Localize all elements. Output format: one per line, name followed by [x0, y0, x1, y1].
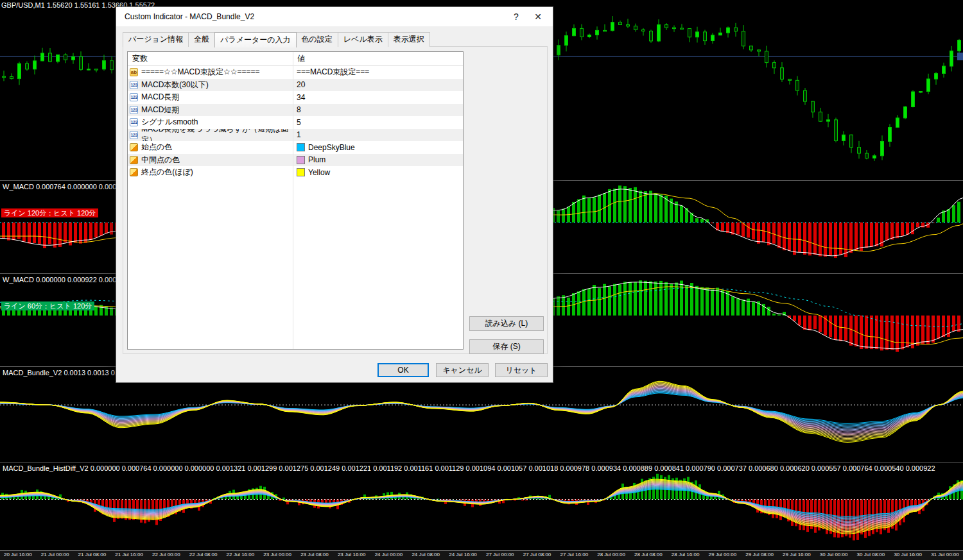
- param-row[interactable]: 123MACD短期8: [128, 104, 463, 117]
- param-row[interactable]: 123MACD長期34: [128, 91, 463, 104]
- help-button[interactable]: ?: [505, 8, 527, 25]
- param-name: MACD長期: [141, 92, 179, 103]
- time-axis-tick: 21 Jul 08:00: [78, 552, 107, 560]
- time-axis-tick: 20 Jul 16:00: [4, 552, 32, 560]
- number-param-icon: 123: [130, 93, 138, 101]
- dialog-title: Custom Indicator - MACD_Bundle_V2: [125, 12, 505, 21]
- number-param-icon: 123: [130, 81, 138, 89]
- time-axis-tick: 21 Jul 00:00: [41, 552, 69, 560]
- param-value-cell[interactable]: 34: [293, 91, 463, 104]
- param-row[interactable]: 123シグナルsmooth5: [128, 116, 463, 129]
- time-axis-tick: 22 Jul 00:00: [152, 552, 180, 560]
- param-row[interactable]: 123MACD長期を幾つづつ減らすか（短期は固定）1: [128, 129, 463, 142]
- param-rows: ab=====☆☆MACD束設定☆☆========MACD束設定===123M…: [128, 66, 463, 179]
- param-value-cell[interactable]: 1: [293, 129, 463, 142]
- color-swatch: [297, 156, 305, 164]
- param-value: Yellow: [308, 168, 330, 177]
- macd-bundle-histdiff-panel: MACD_Bundle_HistDiff_V2 0.000000 0.00076…: [0, 462, 963, 551]
- tab-color-settings[interactable]: 色の設定: [296, 32, 338, 47]
- color-param-icon: [130, 143, 138, 151]
- param-row[interactable]: 始点の色DeepSkyBlue: [128, 141, 463, 154]
- param-value: 1: [297, 130, 301, 139]
- dialog-title-bar[interactable]: Custom Indicator - MACD_Bundle_V2 ? ✕: [116, 7, 553, 26]
- param-row[interactable]: 123MACD本数(30以下)20: [128, 79, 463, 92]
- tab-visualization[interactable]: 表示選択: [388, 32, 430, 47]
- time-axis-tick: 28 Jul 16:00: [672, 552, 700, 560]
- macd-bundle-histdiff-chart: [0, 462, 963, 550]
- param-value-cell[interactable]: ===MACD束設定===: [293, 66, 463, 79]
- custom-indicator-dialog: Custom Indicator - MACD_Bundle_V2 ? ✕ バー…: [116, 6, 553, 383]
- dialog-tabs: バージョン情報全般パラメーターの入力色の設定レベル表示表示選択: [123, 33, 546, 47]
- text-param-icon: ab: [130, 68, 138, 76]
- param-name: MACD本数(30以下): [141, 80, 209, 90]
- param-name: 中間点の色: [141, 155, 180, 165]
- param-value: 8: [297, 105, 301, 114]
- macd-bundle-histdiff-label: MACD_Bundle_HistDiff_V2 0.000000 0.00076…: [3, 464, 935, 472]
- time-axis-tick: 27 Jul 08:00: [523, 552, 551, 560]
- table-header: 変数 値: [128, 52, 463, 66]
- param-variable-cell: 中間点の色: [128, 154, 293, 167]
- parameters-pane: 変数 値 ab=====☆☆MACD束設定☆☆========MACD束設定==…: [123, 46, 548, 354]
- param-value: ===MACD束設定===: [297, 67, 369, 78]
- time-axis-tick: 29 Jul 00:00: [709, 552, 737, 560]
- time-axis[interactable]: 20 Jul 16:0021 Jul 00:0021 Jul 08:0021 J…: [0, 550, 963, 560]
- color-param-icon: [130, 156, 138, 164]
- param-row[interactable]: ab=====☆☆MACD束設定☆☆========MACD束設定===: [128, 66, 463, 79]
- time-axis-tick: 30 Jul 00:00: [820, 552, 848, 560]
- tab-version-info[interactable]: バージョン情報: [123, 32, 189, 47]
- param-value-cell[interactable]: DeepSkyBlue: [293, 141, 463, 154]
- number-param-icon: 123: [130, 131, 138, 139]
- time-axis-tick: 28 Jul 00:00: [597, 552, 625, 560]
- time-axis-tick: 31 Jul 00:00: [931, 552, 959, 560]
- time-axis-tick: 23 Jul 00:00: [263, 552, 291, 560]
- param-value: 5: [297, 118, 301, 127]
- param-name: =====☆☆MACD束設定☆☆=====: [141, 67, 259, 78]
- param-variable-cell: 123MACD長期: [128, 91, 293, 104]
- param-value: DeepSkyBlue: [308, 143, 355, 152]
- macd-bundle-label: MACD_Bundle_V2 0.0013 0.0013 0.0013: [3, 369, 132, 377]
- ok-button[interactable]: OK: [377, 363, 429, 377]
- tab-levels[interactable]: レベル表示: [338, 32, 388, 47]
- tab-parameters[interactable]: パラメーターの入力: [214, 32, 296, 47]
- time-axis-tick: 30 Jul 08:00: [857, 552, 885, 560]
- panel-tag-120: ライン 120分：ヒスト 120分: [1, 208, 98, 217]
- time-axis-tick: 27 Jul 00:00: [486, 552, 514, 560]
- save-button[interactable]: 保存 (S): [469, 339, 544, 354]
- parameter-table: 変数 値 ab=====☆☆MACD束設定☆☆========MACD束設定==…: [127, 51, 464, 350]
- tab-general[interactable]: 全般: [188, 32, 215, 47]
- param-value-cell[interactable]: 20: [293, 79, 463, 92]
- column-header-variable: 変数: [128, 53, 293, 64]
- param-name: 終点の色(ほぼ): [141, 167, 193, 178]
- load-button[interactable]: 読み込み (L): [469, 316, 544, 331]
- param-value-cell[interactable]: 5: [293, 116, 463, 129]
- time-axis-tick: 29 Jul 16:00: [783, 552, 811, 560]
- param-variable-cell: 123MACD本数(30以下): [128, 79, 293, 92]
- param-value-cell[interactable]: 8: [293, 104, 463, 117]
- time-axis-tick: 30 Jul 16:00: [894, 552, 922, 560]
- param-value: 20: [297, 80, 305, 89]
- time-axis-tick: 28 Jul 08:00: [634, 552, 663, 560]
- cancel-button[interactable]: キャンセル: [436, 363, 489, 377]
- param-name: シグナルsmooth: [141, 117, 198, 128]
- param-value-cell[interactable]: Yellow: [293, 166, 463, 179]
- column-header-value: 値: [293, 53, 463, 64]
- param-variable-cell: 終点の色(ほぼ): [128, 166, 293, 179]
- column-divider: [293, 52, 293, 349]
- param-name: MACD短期: [141, 105, 179, 115]
- color-param-icon: [130, 168, 138, 176]
- param-row[interactable]: 中間点の色Plum: [128, 154, 463, 167]
- param-variable-cell: 123シグナルsmooth: [128, 116, 293, 129]
- param-variable-cell: 始点の色: [128, 141, 293, 154]
- param-value-cell[interactable]: Plum: [293, 154, 463, 167]
- time-axis-tick: 23 Jul 16:00: [338, 552, 366, 560]
- time-axis-tick: 22 Jul 16:00: [227, 552, 255, 560]
- param-row[interactable]: 終点の色(ほぼ)Yellow: [128, 166, 463, 179]
- time-axis-tick: 27 Jul 16:00: [560, 552, 588, 560]
- reset-button[interactable]: リセット: [495, 363, 548, 377]
- param-variable-cell: 123MACD長期を幾つづつ減らすか（短期は固定）: [128, 129, 293, 142]
- current-price-marker: [957, 53, 963, 60]
- number-param-icon: 123: [130, 118, 138, 126]
- param-name: 始点の色: [141, 142, 172, 153]
- time-axis-tick: 24 Jul 00:00: [375, 552, 403, 560]
- close-icon[interactable]: ✕: [527, 8, 549, 25]
